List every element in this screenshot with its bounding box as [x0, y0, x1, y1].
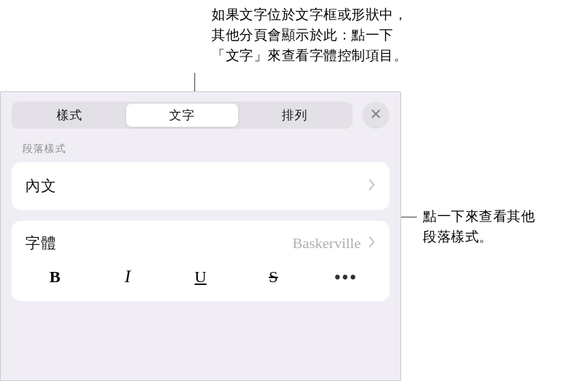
font-row[interactable]: 字體 Baskerville [12, 221, 389, 262]
text-style-row: B I U S ••• [12, 262, 389, 297]
callout-top-text: 如果文字位於文字框或形狀中， 其他分頁會顯示於此：點一下 「文字」來查看字體控制… [211, 4, 407, 65]
close-button[interactable] [362, 102, 389, 129]
font-value: Baskerville [293, 234, 361, 252]
underline-button[interactable]: U [164, 262, 237, 292]
bold-button[interactable]: B [18, 262, 91, 292]
paragraph-style-row[interactable]: 內文 [12, 162, 389, 210]
font-label: 字體 [25, 233, 293, 254]
chevron-right-icon [368, 236, 376, 251]
paragraph-style-value: 內文 [25, 176, 368, 196]
close-icon [370, 108, 381, 122]
more-options-button[interactable]: ••• [310, 262, 383, 292]
panel-header: 樣式 文字 排列 [1, 92, 400, 137]
tab-style[interactable]: 樣式 [14, 104, 126, 127]
format-panel: 樣式 文字 排列 段落樣式 內文 字體 Baskerville B [0, 91, 401, 381]
callout-right-text: 點一下來查看其他 段落樣式。 [423, 206, 535, 247]
chevron-right-icon [368, 179, 376, 194]
tab-arrange[interactable]: 排列 [238, 104, 351, 127]
section-label-paragraph-style: 段落樣式 [1, 137, 400, 159]
paragraph-style-card: 內文 [12, 162, 389, 210]
italic-button[interactable]: I [91, 262, 164, 292]
tab-text[interactable]: 文字 [126, 104, 239, 127]
tab-segmented-control: 樣式 文字 排列 [12, 102, 353, 129]
strikethrough-button[interactable]: S [237, 262, 310, 292]
font-card: 字體 Baskerville B I U S ••• [12, 221, 389, 301]
